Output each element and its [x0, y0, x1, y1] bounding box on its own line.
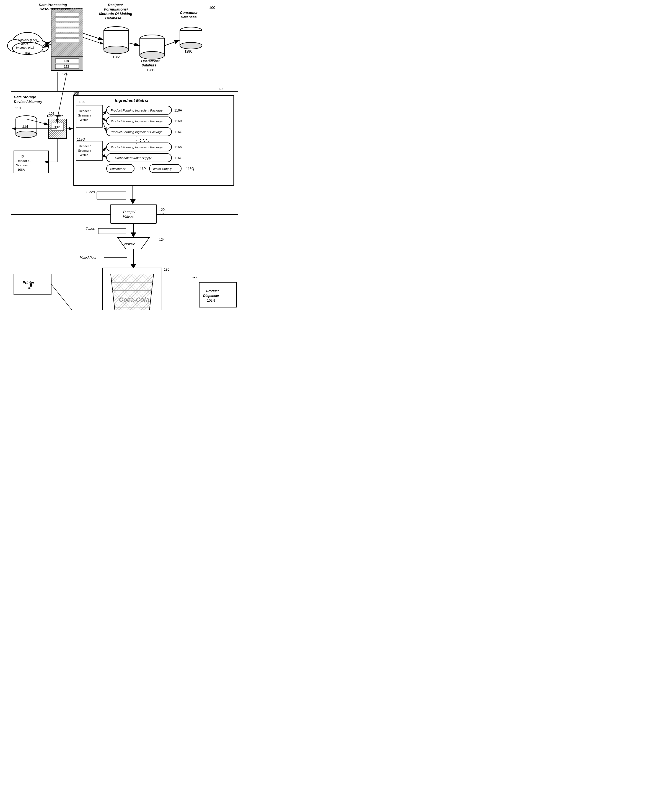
db1-top [104, 27, 129, 34]
printer-box [14, 274, 51, 295]
storage-cyl-top [16, 116, 37, 122]
id-reader-line1: ID [21, 155, 24, 158]
line-rw1-pkg2 [102, 119, 107, 121]
pkg-label-116o: Carbonated Water Supply [115, 156, 152, 160]
id-reader-line3: Scanner [16, 163, 28, 167]
line-rw1-pkg3 [102, 121, 107, 132]
pkg-label-116n: Product Forming Ingredient Package [111, 146, 162, 149]
db3-bottom [180, 42, 202, 49]
nozzle-num: 124 [159, 238, 165, 242]
db3-num: 128C [185, 50, 192, 53]
vert-dots2: · [136, 138, 137, 142]
storage-inner-num: 114 [22, 125, 28, 129]
102a-num: 102A [216, 87, 224, 91]
id-reader-line4: 106A [17, 168, 25, 171]
pkg-pill-116o [107, 154, 172, 162]
db2-num: 128B [146, 68, 154, 72]
server-slot7 [55, 59, 79, 63]
dispenser-num: 136 [164, 268, 169, 272]
controller-box [49, 119, 66, 138]
product-dispenser-n-box [199, 282, 237, 307]
storage-num: 110 [15, 106, 21, 110]
server-slot4 [55, 28, 79, 32]
svg-point-0 [12, 32, 43, 53]
ingredient-matrix-box [73, 96, 234, 185]
network-label2: WAN, [21, 42, 29, 46]
server-slot1 [55, 12, 79, 16]
rw1-num: 118A [77, 100, 85, 104]
controller-inner [51, 123, 64, 131]
arr-server-controller [56, 119, 59, 124]
pkg-pill-116b [107, 117, 172, 125]
pkg-pill-116n [107, 143, 172, 151]
pkg-label-116a: Product Forming Ingredient Package [111, 109, 162, 112]
recipes-title3: Methods Of Making [99, 12, 132, 16]
recipes-title4: Database [105, 16, 121, 20]
pumps-num1: 120, [159, 208, 165, 212]
server-slot2 [55, 18, 79, 21]
matrix-num: 108 [73, 92, 79, 96]
pkg-num-116o: 116O [174, 156, 182, 160]
arr-controller-storage [12, 127, 16, 130]
arrow-db1-db2 [129, 43, 140, 46]
line-rw2-pkgn [102, 147, 107, 152]
db2-bottom [140, 52, 165, 59]
line-rw1-pkg1 [102, 110, 107, 116]
server-ref: 126 [62, 72, 67, 76]
server-slot8 [55, 64, 79, 69]
arrow-server-net [43, 44, 50, 47]
storage-cyl-bottom [16, 131, 37, 137]
line-rw2-pkgo [102, 154, 107, 158]
dots-disp: ... [192, 273, 197, 279]
main-section-box [11, 91, 238, 214]
pumps-box [111, 204, 156, 224]
pkg-num-116p: —116P [135, 167, 146, 171]
network-label: Network (LAN, [18, 38, 38, 41]
matrix-title: Ingredient Matrix [115, 98, 149, 103]
tubes-label2: Tubes [86, 227, 95, 230]
db1-num: 128A [113, 55, 121, 59]
pkg-num-116c: 116C [174, 130, 182, 134]
db2-body [140, 39, 165, 55]
svg-point-2 [33, 41, 49, 52]
arr-idreader-printer [30, 284, 32, 288]
pumps-num2: 122 [160, 212, 165, 216]
dispenser-container [102, 268, 162, 310]
arrow-server-db1b [83, 37, 104, 44]
server-num1: 130 [64, 59, 69, 63]
recipes-title2: Formulations/ [104, 7, 128, 11]
db2-label2: Database [142, 63, 157, 67]
pkg-label-116p: Sweetener [110, 167, 126, 171]
network-num: 104 [24, 51, 30, 55]
consumer-db-title2: Database [181, 15, 197, 19]
controller-num: 106 [49, 112, 54, 115]
arrow-db2-db3 [165, 40, 180, 46]
line-printer-reader [51, 284, 91, 310]
server-box [51, 8, 83, 70]
db2-label1: Operational [141, 59, 160, 63]
pkg-pill-116c [107, 128, 172, 136]
data-storage-title1: Data Storage [14, 95, 36, 99]
dots-upper: . . . [140, 137, 150, 143]
network-label3: Internet, etc.) [16, 46, 34, 49]
pkg-num-116b: 116B [174, 119, 182, 123]
rw1-line1: Reader / [79, 109, 91, 113]
rw2-line1: Reader / [79, 145, 91, 148]
arrow-net-server [43, 41, 50, 46]
pd-label2: Dispenser [203, 294, 220, 298]
pkg-num-116q: —116Q [183, 167, 194, 171]
rw1-line3: Writer [80, 118, 88, 122]
controller-label: Controller [47, 114, 63, 118]
pkg-num-116n: 116N [174, 145, 182, 149]
rw2-line2: Scanner / [78, 149, 91, 152]
vert-dots1: · [136, 134, 137, 139]
server-slot5 [55, 34, 79, 37]
pkg-pill-116a [107, 106, 172, 114]
rw2-num: 118Q [77, 137, 85, 141]
printer-label: Printer [23, 280, 35, 284]
cup-logo: Coca-Cola [119, 296, 149, 303]
arrow-down-cup [131, 264, 136, 269]
db3-body [180, 31, 202, 46]
reader-writer-box1 [76, 105, 102, 127]
data-storage-title2: Device / Memory [14, 100, 42, 104]
